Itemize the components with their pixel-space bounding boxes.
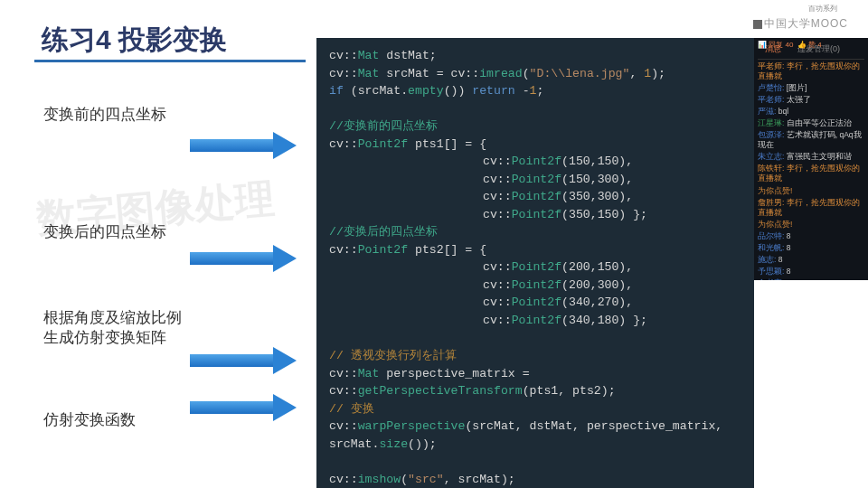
code-line: cv::imshow("src", srcMat); <box>329 471 741 488</box>
code-line: cv::warpPerspective(srcMat, dstMat, pers… <box>329 418 741 453</box>
annotations-column: 变换前的四点坐标 变换后的四点坐标 根据角度及缩放比例 生成仿射变换矩阵 仿射变… <box>0 0 316 488</box>
code-line: cv::Point2f(150,150), <box>329 153 741 171</box>
annotation-2: 变换后的四点坐标 <box>43 221 166 242</box>
chat-message: 詹胜男: 李行，抢先围观你的直播就 <box>758 198 864 218</box>
chat-message: 予思颖: 8 <box>758 267 864 277</box>
code-line: if (srcMat.empty()) return -1; <box>329 82 741 100</box>
chat-message: 卢楚怡: [图片] <box>758 83 864 93</box>
chat-message: 为你点赞! <box>758 220 864 230</box>
chat-message: 陈铁轩: 李行，抢先围观你的直播就 <box>758 164 864 183</box>
chat-message: 包源泽: 艺术就该打码, qAq我现在 <box>758 130 864 150</box>
code-comment: // 透视变换行列を計算 <box>329 347 741 365</box>
arrow-icon <box>190 398 298 418</box>
brand-cn: 中国大学 <box>764 17 811 30</box>
code-line: cv::Point2f pts2[] = { <box>329 241 741 259</box>
chat-message: 江星琳: 自由平等公正法治 <box>758 118 864 128</box>
annotation-3-line1: 根据角度及缩放比例 <box>43 307 182 328</box>
top-bar: 中国大学MOOC 百功系列 <box>729 2 864 36</box>
chat-message: 平老师: 李行，抢先围观你的直播就 <box>758 61 864 81</box>
code-line: cv::Point2f(350,150) }; <box>329 206 741 224</box>
arrow-icon <box>190 351 298 371</box>
logo-icon <box>753 20 762 29</box>
code-line: cv::Point2f pts1[] = { <box>329 136 741 154</box>
code-line: cv::Point2f(340,270), <box>329 294 741 312</box>
chat-message: 施志: 8 <box>758 255 864 265</box>
code-comment: //变换前的四点坐标 <box>329 117 741 136</box>
brand-en: MOOC <box>811 17 848 30</box>
chat-message: 金书宜: 8 <box>758 278 864 280</box>
code-line: cv::Mat srcMat = cv::imread("D:\\lena.jp… <box>329 65 741 83</box>
annotation-4: 仿射变换函数 <box>43 409 136 430</box>
brand-small: 百功系列 <box>808 4 837 14</box>
chat-message: 和光帆: 8 <box>758 243 864 253</box>
arrow-icon <box>190 249 298 268</box>
chat-message: 为你点赞! <box>758 186 864 196</box>
code-line: cv::Point2f(350,300), <box>329 188 741 206</box>
chat-message: 朱立志: 富强民主文明和谐 <box>758 152 864 162</box>
chat-panel: 消息 连麦管理(0) 平老师: 李行，抢先围观你的直播就 卢楚怡: [图片] 平… <box>754 38 868 280</box>
code-comment: //变换后的四点坐标 <box>329 223 741 241</box>
code-line: cv::Point2f(150,300), <box>329 171 741 189</box>
annotation-1: 变换前的四点坐标 <box>43 104 166 125</box>
code-line: cv::Mat dstMat; <box>329 47 741 65</box>
live-stats: 📊 回复 40 👍 赞 4 <box>758 40 822 50</box>
code-line: cv::Mat perspective_matrix = cv::getPers… <box>329 365 741 400</box>
chat-message: 平老师: 太强了 <box>758 95 864 105</box>
code-line <box>329 100 741 118</box>
code-comment: // 变换 <box>329 400 741 418</box>
code-line: cv::Point2f(200,150), <box>329 258 741 277</box>
code-panel: cv::Mat dstMat; cv::Mat srcMat = cv::imr… <box>316 38 754 488</box>
arrow-icon <box>190 136 298 155</box>
brand-logo: 中国大学MOOC <box>753 16 848 32</box>
annotation-3-line2: 生成仿射变换矩阵 <box>43 327 166 348</box>
code-line <box>329 453 741 471</box>
code-line <box>329 330 741 348</box>
chat-message: 品尔特: 8 <box>758 231 864 241</box>
code-line: cv::Point2f(340,180) }; <box>329 312 741 330</box>
chat-message: 严滋: bql <box>758 107 864 117</box>
code-line: cv::Point2f(200,300), <box>329 277 741 295</box>
